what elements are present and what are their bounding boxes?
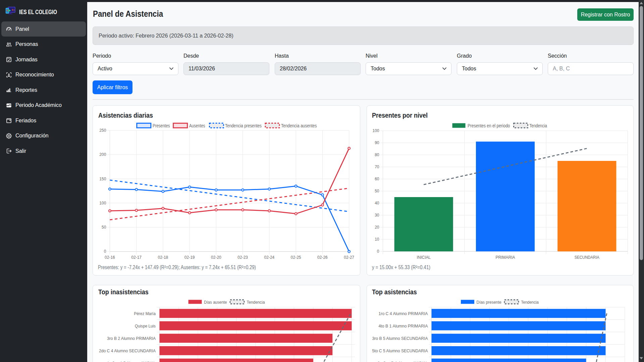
svg-text:4 años A 5 Alumno INICIAL: 4 años A 5 Alumno INICIAL [107,361,156,362]
svg-text:02-26: 02-26 [317,255,328,260]
svg-text:0: 0 [377,249,379,254]
svg-text:Tendencia: Tendencia [521,300,539,305]
svg-text:y = 15.00x + 55.33 (R²=0.41): y = 15.00x + 55.33 (R²=0.41) [372,264,430,270]
svg-text:1ro C 4 Alumno PRIMARIA: 1ro C 4 Alumno PRIMARIA [379,311,428,316]
svg-text:5to C 5 Alumno SECUNDARIA: 5to C 5 Alumno SECUNDARIA [372,348,428,353]
svg-text:02-20: 02-20 [211,255,221,260]
svg-text:150: 150 [99,177,106,181]
svg-text:20: 20 [375,225,379,230]
svg-text:Tendencia ausentes: Tendencia ausentes [281,123,317,128]
svg-text:100: 100 [372,128,379,133]
svg-text:3 años B 1 Alumno INICIAL: 3 años B 1 Alumno INICIAL [378,361,428,362]
svg-text:02-16: 02-16 [105,255,115,260]
svg-text:Presentes: y = -7.24x + 147.49: Presentes: y = -7.24x + 147.49 (R²=0.29)… [98,264,256,270]
svg-text:Tendencia presentes: Tendencia presentes [225,123,262,128]
svg-text:50: 50 [102,225,106,230]
svg-text:Presentes: Presentes [153,123,170,128]
svg-text:SECUNDARIA: SECUNDARIA [575,255,599,260]
svg-text:4to B 1 Alumno PRIMARIA: 4to B 1 Alumno PRIMARIA [379,323,428,328]
svg-text:10: 10 [375,237,379,242]
svg-text:3ro B 5 Alumno SECUNDARIA: 3ro B 5 Alumno SECUNDARIA [372,336,428,341]
svg-text:Tendencia: Tendencia [530,123,547,128]
svg-text:30: 30 [375,213,379,218]
svg-text:Quispe Luis: Quispe Luis [135,323,156,328]
svg-text:PRIMARIA: PRIMARIA [496,255,515,260]
svg-text:200: 200 [99,152,106,157]
svg-text:80: 80 [375,153,379,157]
svg-text:02-19: 02-19 [184,255,195,260]
svg-text:02-18: 02-18 [158,255,168,260]
svg-text:60: 60 [375,177,379,181]
svg-text:50: 50 [375,189,379,193]
svg-text:02-25: 02-25 [291,255,301,260]
svg-text:Días presente: Días presente [477,300,501,305]
svg-text:INICIAL: INICIAL [417,255,431,260]
svg-text:02-17: 02-17 [131,255,142,260]
svg-text:02-23: 02-23 [237,255,248,260]
svg-text:40: 40 [375,201,379,205]
svg-text:Pérez María: Pérez María [134,311,156,316]
svg-text:02-24: 02-24 [264,255,275,260]
svg-text:90: 90 [375,140,379,145]
svg-text:3ro B 2 Alumno PRIMARIA: 3ro B 2 Alumno PRIMARIA [107,336,156,341]
svg-text:Días ausente: Días ausente [204,300,227,305]
svg-text:Tendencia: Tendencia [247,300,265,305]
svg-text:250: 250 [99,128,106,133]
svg-text:Presentes en el periodo: Presentes en el periodo [468,123,510,128]
svg-text:Ausentes: Ausentes [189,123,205,128]
svg-text:2do C 4 Alumno SECUNDARIA: 2do C 4 Alumno SECUNDARIA [99,348,156,353]
svg-text:70: 70 [375,165,379,169]
svg-text:100: 100 [99,201,106,205]
svg-text:02-27: 02-27 [344,255,354,260]
svg-text:0: 0 [104,249,106,254]
